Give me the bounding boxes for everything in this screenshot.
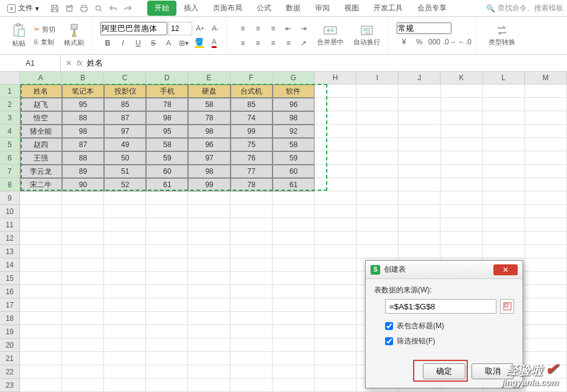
- cell[interactable]: [357, 218, 398, 232]
- cell[interactable]: [398, 165, 440, 178]
- cell[interactable]: [231, 365, 273, 379]
- row-head-10[interactable]: 10: [0, 205, 20, 218]
- cell[interactable]: [483, 232, 525, 245]
- cell[interactable]: [188, 352, 230, 365]
- cell[interactable]: [188, 379, 230, 392]
- cell[interactable]: [483, 84, 525, 98]
- cell[interactable]: [273, 258, 315, 272]
- formula-input[interactable]: [87, 58, 562, 67]
- range-picker-button[interactable]: [500, 299, 514, 314]
- cell[interactable]: [525, 325, 567, 339]
- cell[interactable]: [398, 245, 440, 258]
- cell[interactable]: [231, 272, 273, 285]
- cell[interactable]: [20, 258, 62, 272]
- cell[interactable]: [525, 111, 567, 125]
- cell[interactable]: 51: [104, 165, 146, 178]
- cell[interactable]: [231, 232, 273, 245]
- cell[interactable]: [398, 98, 440, 111]
- cell[interactable]: 悟空: [20, 111, 62, 125]
- cell[interactable]: [441, 138, 483, 151]
- cell[interactable]: [273, 312, 315, 325]
- cell[interactable]: 58: [146, 138, 188, 151]
- cell[interactable]: 89: [62, 165, 104, 178]
- cell[interactable]: [231, 245, 273, 258]
- cell[interactable]: [20, 339, 62, 352]
- cell[interactable]: [315, 205, 357, 218]
- cell[interactable]: [62, 298, 104, 312]
- search-area[interactable]: 🔍 查找命令、搜索模板: [486, 3, 563, 13]
- number-format-select[interactable]: [397, 22, 451, 34]
- cell[interactable]: [231, 191, 273, 205]
- align-middle-icon[interactable]: ≡: [251, 22, 265, 35]
- cell[interactable]: [398, 232, 440, 245]
- tab-view[interactable]: 视图: [337, 1, 366, 16]
- cell[interactable]: [525, 232, 567, 245]
- cell[interactable]: [315, 138, 357, 151]
- cell[interactable]: [146, 352, 188, 365]
- cell[interactable]: [525, 165, 567, 178]
- cell[interactable]: [441, 111, 483, 125]
- format-painter-button[interactable]: 格式刷: [60, 22, 88, 49]
- cell[interactable]: [146, 379, 188, 392]
- cell[interactable]: [483, 178, 525, 191]
- cell[interactable]: [146, 232, 188, 245]
- cell[interactable]: 赵四: [20, 138, 62, 151]
- cell[interactable]: 96: [188, 138, 230, 151]
- cell[interactable]: [315, 98, 357, 111]
- cell[interactable]: 98: [273, 111, 315, 125]
- cell[interactable]: [441, 178, 483, 191]
- cell[interactable]: 猪全能: [20, 125, 62, 138]
- cell[interactable]: [231, 298, 273, 312]
- row-head-7[interactable]: 7: [0, 165, 20, 178]
- cell[interactable]: [104, 272, 146, 285]
- tab-insert[interactable]: 插入: [176, 1, 206, 16]
- cell[interactable]: 58: [273, 138, 315, 151]
- spreadsheet-grid[interactable]: ABCDEFGHIJKLM 1姓名笔记本投影仪手机硬盘台式机软件2赵飞95857…: [0, 72, 567, 392]
- cell[interactable]: [398, 111, 440, 125]
- cell[interactable]: 85: [104, 98, 146, 111]
- cell[interactable]: [62, 352, 104, 365]
- cell[interactable]: [315, 151, 357, 165]
- cell[interactable]: [315, 245, 357, 258]
- cell[interactable]: [231, 325, 273, 339]
- cell[interactable]: [273, 339, 315, 352]
- dialog-titlebar[interactable]: S 创建表 ✕: [366, 261, 523, 279]
- cell[interactable]: [146, 258, 188, 272]
- cell[interactable]: [188, 312, 230, 325]
- print-preview-icon[interactable]: [92, 2, 105, 15]
- cell[interactable]: 软件: [273, 84, 315, 98]
- cell[interactable]: [525, 84, 567, 98]
- cell[interactable]: [104, 325, 146, 339]
- cell[interactable]: 74: [231, 111, 273, 125]
- cell[interactable]: [357, 151, 398, 165]
- cell[interactable]: [357, 245, 398, 258]
- cell[interactable]: [315, 298, 357, 312]
- cell[interactable]: [315, 339, 357, 352]
- cell[interactable]: [357, 178, 398, 191]
- cell[interactable]: 95: [62, 98, 104, 111]
- cell[interactable]: [315, 218, 357, 232]
- cell[interactable]: [440, 232, 482, 245]
- cell[interactable]: [440, 205, 482, 218]
- orientation-icon[interactable]: ↗: [296, 36, 311, 50]
- cell[interactable]: [441, 84, 483, 98]
- cell[interactable]: 92: [273, 125, 315, 138]
- cell[interactable]: [20, 312, 62, 325]
- cell[interactable]: [62, 218, 104, 232]
- cell[interactable]: [440, 191, 482, 205]
- cell[interactable]: [188, 272, 230, 285]
- cell[interactable]: [483, 191, 525, 205]
- close-button[interactable]: ✕: [493, 264, 518, 275]
- cell[interactable]: [315, 165, 357, 178]
- font-size-select[interactable]: [168, 22, 192, 35]
- cell[interactable]: [483, 218, 525, 232]
- cell[interactable]: [188, 258, 230, 272]
- indent-decrease-icon[interactable]: ⇤: [281, 22, 296, 35]
- cell[interactable]: [231, 379, 273, 392]
- col-head-F[interactable]: F: [231, 72, 273, 84]
- italic-button[interactable]: I: [116, 36, 130, 50]
- cell[interactable]: [104, 339, 146, 352]
- cell[interactable]: [483, 138, 525, 151]
- row-head-17[interactable]: 17: [0, 298, 20, 312]
- range-input[interactable]: [385, 299, 496, 314]
